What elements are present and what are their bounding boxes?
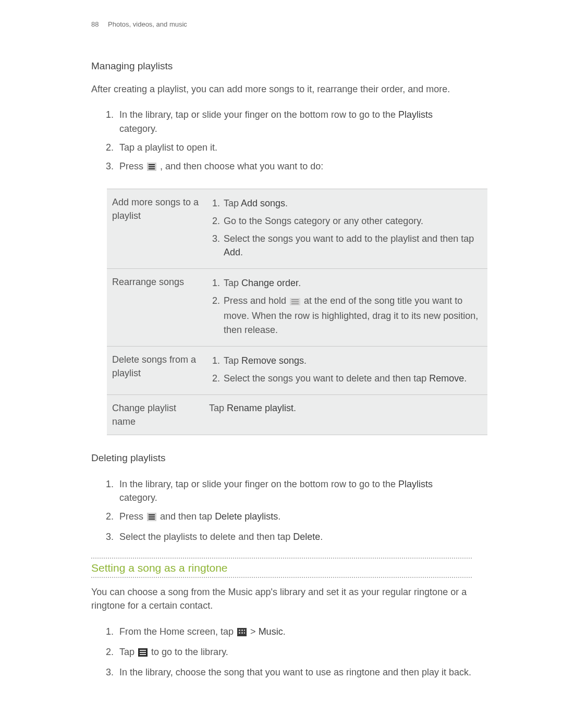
svg-rect-6 bbox=[291, 301, 299, 302]
managing-step-2: Tap a playlist to open it. bbox=[116, 138, 472, 157]
managing-intro: After creating a playlist, you can add m… bbox=[91, 82, 472, 96]
deleting-heading: Deleting playlists bbox=[91, 451, 472, 465]
ringtone-title: Setting a song as a ringtone bbox=[91, 558, 472, 578]
apps-grid-icon bbox=[237, 626, 247, 640]
drag-handle-icon bbox=[290, 295, 300, 309]
deleting-steps: In the library, tap or slide your finger… bbox=[116, 475, 472, 546]
table-row: Add more songs to a playlist Tap Add son… bbox=[107, 189, 487, 268]
option-label: Rearrange songs bbox=[107, 269, 206, 346]
chapter-title: Photos, videos, and music bbox=[108, 20, 187, 28]
svg-rect-10 bbox=[149, 516, 155, 517]
ringtone-steps: From the Home screen, tap > Music. Tap t… bbox=[116, 622, 472, 682]
svg-rect-13 bbox=[239, 630, 240, 631]
playlist-options-table: Add more songs to a playlist Tap Add son… bbox=[107, 189, 487, 435]
option-label: Add more songs to a playlist bbox=[107, 189, 206, 268]
svg-rect-16 bbox=[239, 632, 240, 634]
table-row: Rearrange songs Tap Change order. Press … bbox=[107, 269, 487, 346]
deleting-step-3: Select the playlists to delete and then … bbox=[116, 527, 472, 546]
option-content: Tap Add songs. Go to the Songs category … bbox=[206, 189, 487, 268]
library-icon bbox=[138, 647, 148, 660]
table-row: Delete songs from a playlist Tap Remove … bbox=[107, 346, 487, 394]
ringtone-intro: You can choose a song from the Music app… bbox=[91, 585, 472, 612]
menu-icon bbox=[147, 511, 156, 525]
option-content: Tap Remove songs. Select the songs you w… bbox=[206, 346, 487, 394]
deleting-step-1: In the library, tap or slide your finger… bbox=[116, 475, 472, 507]
page-number: 88 bbox=[91, 20, 99, 28]
managing-step-3: Press , and then choose what you want to… bbox=[116, 157, 472, 177]
managing-heading: Managing playlists bbox=[91, 59, 472, 73]
svg-rect-15 bbox=[244, 630, 245, 631]
option-content: Tap Rename playlist. bbox=[206, 394, 487, 435]
svg-rect-17 bbox=[241, 632, 243, 634]
deleting-step-2: Press and then tap Delete playlists. bbox=[116, 507, 472, 527]
ringtone-step-1: From the Home screen, tap > Music. bbox=[116, 622, 472, 643]
svg-rect-3 bbox=[149, 168, 155, 169]
svg-rect-21 bbox=[140, 652, 146, 653]
svg-rect-1 bbox=[149, 164, 155, 165]
option-label: Change playlist name bbox=[107, 394, 206, 435]
ringtone-step-2: Tap to go to the library. bbox=[116, 643, 472, 663]
svg-rect-22 bbox=[140, 654, 146, 655]
option-label: Delete songs from a playlist bbox=[107, 346, 206, 394]
svg-rect-11 bbox=[149, 519, 155, 520]
managing-steps: In the library, tap or slide your finger… bbox=[116, 105, 472, 177]
table-row: Change playlist name Tap Rename playlist… bbox=[107, 394, 487, 435]
page-header: 88 Photos, videos, and music bbox=[91, 20, 472, 30]
svg-rect-20 bbox=[140, 650, 146, 651]
ringtone-step-3: In the library, choose the song that you… bbox=[116, 663, 472, 682]
svg-rect-14 bbox=[241, 630, 243, 631]
option-content: Tap Change order. Press and hold at the … bbox=[206, 269, 487, 346]
svg-rect-2 bbox=[149, 166, 155, 167]
svg-rect-7 bbox=[291, 303, 299, 304]
svg-rect-18 bbox=[244, 632, 245, 634]
svg-rect-5 bbox=[291, 299, 299, 300]
svg-rect-9 bbox=[149, 514, 155, 515]
managing-step-1: In the library, tap or slide your finger… bbox=[116, 105, 472, 138]
menu-icon bbox=[147, 161, 156, 175]
